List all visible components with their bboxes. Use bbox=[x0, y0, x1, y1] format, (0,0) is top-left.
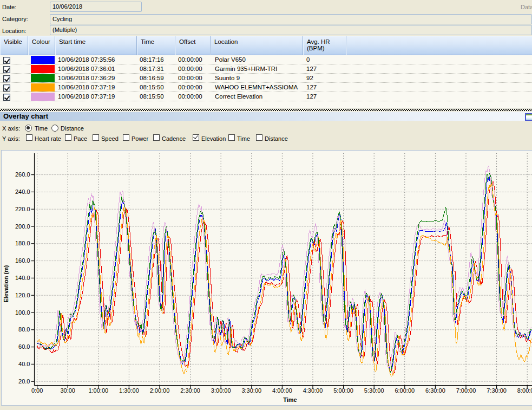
svg-text:260.0: 260.0 bbox=[15, 171, 30, 178]
svg-text:4:30:00: 4:30:00 bbox=[303, 387, 323, 394]
svg-text:30:00: 30:00 bbox=[60, 387, 75, 394]
svg-text:5:30:00: 5:30:00 bbox=[364, 387, 384, 394]
svg-text:200.0: 200.0 bbox=[15, 223, 30, 230]
svg-text:0:00: 0:00 bbox=[31, 387, 43, 394]
svg-text:240.0: 240.0 bbox=[15, 188, 30, 195]
svg-text:3:30:00: 3:30:00 bbox=[241, 387, 261, 394]
svg-text:6:00:00: 6:00:00 bbox=[395, 387, 415, 394]
svg-text:7:30:00: 7:30:00 bbox=[487, 387, 507, 394]
svg-text:120.0: 120.0 bbox=[15, 292, 30, 298]
svg-text:180.0: 180.0 bbox=[15, 240, 30, 246]
svg-text:100.0: 100.0 bbox=[15, 309, 30, 316]
svg-text:Elevation (m): Elevation (m) bbox=[3, 265, 9, 302]
svg-text:140.0: 140.0 bbox=[15, 275, 30, 281]
svg-text:20.0: 20.0 bbox=[18, 378, 30, 385]
svg-text:6:30:00: 6:30:00 bbox=[425, 387, 445, 394]
svg-text:5:00:00: 5:00:00 bbox=[333, 387, 353, 394]
svg-text:8:00:00: 8:00:00 bbox=[517, 387, 532, 394]
svg-text:220.0: 220.0 bbox=[15, 206, 30, 212]
svg-text:160.0: 160.0 bbox=[15, 257, 30, 264]
svg-text:7:00:00: 7:00:00 bbox=[456, 387, 476, 394]
svg-text:2:30:00: 2:30:00 bbox=[180, 387, 200, 394]
svg-text:40.0: 40.0 bbox=[18, 361, 30, 367]
svg-text:60.0: 60.0 bbox=[18, 343, 30, 350]
svg-text:4:00:00: 4:00:00 bbox=[272, 387, 292, 394]
svg-text:80.0: 80.0 bbox=[18, 326, 30, 333]
svg-text:3:00:00: 3:00:00 bbox=[211, 387, 231, 394]
svg-text:Time: Time bbox=[283, 396, 297, 403]
svg-text:2:00:00: 2:00:00 bbox=[150, 387, 170, 394]
svg-text:1:00:00: 1:00:00 bbox=[88, 387, 108, 394]
svg-text:1:30:00: 1:30:00 bbox=[119, 387, 139, 394]
